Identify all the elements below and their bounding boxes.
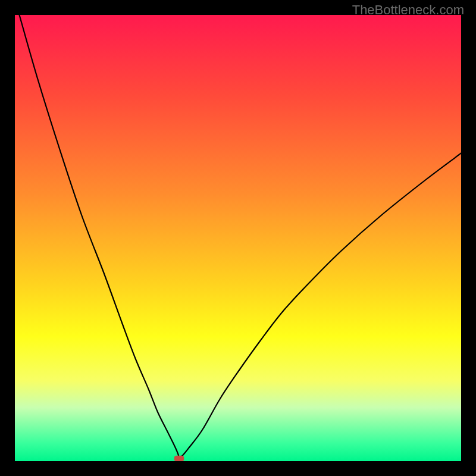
plot-area [15,15,461,461]
chart-container: TheBottleneck.com [0,0,476,476]
watermark-text: TheBottleneck.com [352,2,464,18]
gradient-background [15,15,461,461]
optimal-marker [174,456,184,461]
chart-svg [15,15,461,461]
